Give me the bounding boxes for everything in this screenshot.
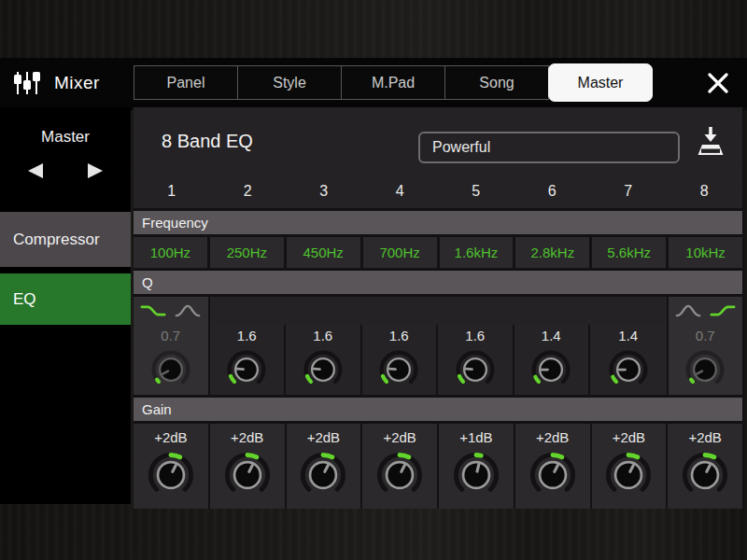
- q-knob-5[interactable]: [454, 348, 497, 391]
- q-cell-3: 1.6: [286, 297, 362, 395]
- q-cell-6: 1.4: [514, 297, 591, 395]
- q-row-header: Q: [134, 268, 742, 297]
- freq-cell-1[interactable]: 100Hz: [134, 237, 207, 268]
- q-cell-5: 1.6: [438, 297, 514, 395]
- gain-cell-7: +2dB: [592, 424, 667, 509]
- freq-cell-7[interactable]: 5.6kHz: [592, 237, 666, 268]
- gain-cell-8: +2dB: [668, 424, 742, 509]
- band-number-8: 8: [667, 183, 743, 200]
- q-value-6: 1.4: [514, 325, 589, 347]
- band-number-2: 2: [210, 183, 287, 200]
- gain-cell-5: +1dB: [439, 424, 514, 509]
- save-button[interactable]: [694, 124, 727, 163]
- q-knob-2[interactable]: [225, 348, 268, 391]
- freq-cell-4[interactable]: 700Hz: [363, 237, 437, 268]
- right-arrow-icon: [86, 162, 105, 179]
- q-knob-4[interactable]: [377, 348, 420, 391]
- gain-knob-2[interactable]: [222, 450, 273, 500]
- q-knob-1[interactable]: [149, 348, 192, 391]
- peak-icon[interactable]: [175, 303, 201, 318]
- q-knob-6[interactable]: [529, 348, 572, 391]
- app-title-group: Mixer: [11, 58, 100, 107]
- gain-knob-3[interactable]: [298, 450, 348, 500]
- band-number-row: 1 2 3 4 5 6 7 8: [134, 175, 742, 208]
- gain-value-4: +2dB: [362, 427, 437, 449]
- sidebar: Master Compressor EQ: [0, 107, 131, 504]
- save-icon: [695, 125, 726, 162]
- freq-cell-5[interactable]: 1.6kHz: [440, 237, 514, 268]
- q-value-8: 0.7: [669, 325, 743, 347]
- q-cell-7: 1.4: [590, 297, 667, 395]
- target-label: Master: [0, 107, 131, 147]
- q-knob-8[interactable]: [684, 348, 726, 391]
- gain-knob-4[interactable]: [374, 450, 425, 500]
- gain-knob-7[interactable]: [603, 450, 654, 500]
- close-icon: [706, 71, 730, 95]
- gain-knob-8[interactable]: [680, 450, 730, 500]
- mixer-faders-icon: [11, 69, 43, 97]
- freq-cell-2[interactable]: 250Hz: [210, 237, 284, 268]
- gain-value-2: +2dB: [210, 427, 285, 449]
- gain-cell-4: +2dB: [362, 424, 437, 509]
- target-selector: Master: [0, 107, 131, 208]
- gain-knob-1[interactable]: [146, 450, 196, 500]
- frequency-value-row: 100Hz 250Hz 450Hz 700Hz 1.6kHz 2.8kHz 5.…: [134, 237, 742, 268]
- band-number-1: 1: [134, 183, 210, 200]
- band-number-3: 3: [286, 183, 362, 200]
- gain-cell-2: +2dB: [210, 424, 285, 509]
- sidebar-item-eq[interactable]: EQ: [0, 273, 131, 325]
- freq-cell-8[interactable]: 10kHz: [669, 237, 742, 268]
- band-number-6: 6: [514, 183, 591, 200]
- shelf-rising-icon[interactable]: [710, 303, 736, 318]
- tab-song[interactable]: Song: [444, 65, 549, 100]
- band-number-4: 4: [362, 183, 439, 200]
- eq-panel: 8 Band EQ Powerful 1 2 3 4 5 6 7: [134, 107, 742, 509]
- peak-icon[interactable]: [675, 303, 701, 318]
- gain-cell-6: +2dB: [515, 424, 590, 509]
- frequency-row-header: Frequency: [134, 208, 742, 237]
- next-target-button[interactable]: [84, 161, 106, 180]
- q-value-7: 1.4: [590, 325, 667, 347]
- tab-style[interactable]: Style: [237, 65, 342, 100]
- prev-target-button[interactable]: [24, 161, 47, 180]
- page-title: 8 Band EQ: [162, 107, 253, 175]
- gain-knob-5[interactable]: [451, 450, 501, 500]
- gain-cell-3: +2dB: [287, 424, 361, 509]
- top-bar: Mixer Panel Style M.Pad Song Master: [0, 58, 747, 110]
- tab-mpad[interactable]: M.Pad: [341, 65, 445, 100]
- q-section: 0.7 1.6 1.6 1.: [134, 297, 742, 395]
- tab-panel[interactable]: Panel: [134, 65, 238, 100]
- gain-cell-1: +2dB: [134, 424, 208, 509]
- q-knob-7[interactable]: [607, 348, 650, 391]
- q-value-4: 1.6: [362, 325, 437, 347]
- gain-value-3: +2dB: [287, 427, 361, 449]
- app-title: Mixer: [54, 73, 100, 93]
- q-value-3: 1.6: [286, 325, 360, 347]
- q-cell-4: 1.6: [362, 297, 439, 395]
- close-button[interactable]: [702, 69, 734, 97]
- q-value-1: 0.7: [134, 325, 208, 347]
- gain-value-7: +2dB: [592, 427, 667, 449]
- eq-header: 8 Band EQ Powerful: [134, 107, 742, 175]
- q-value-5: 1.6: [438, 325, 513, 347]
- band-number-5: 5: [438, 183, 514, 200]
- q-cell-8: 0.7: [667, 297, 743, 395]
- q-cell-1: 0.7: [134, 297, 210, 395]
- mixer-screen: Mixer Panel Style M.Pad Song Master Mast…: [0, 0, 747, 560]
- q-value-2: 1.6: [210, 325, 285, 347]
- q-knob-3[interactable]: [302, 348, 345, 391]
- tab-bar: Panel Style M.Pad Song Master: [134, 65, 653, 100]
- freq-cell-3[interactable]: 450Hz: [287, 237, 360, 268]
- tab-master[interactable]: Master: [548, 63, 653, 102]
- q-cell-2: 1.6: [210, 297, 287, 395]
- gain-knob-6[interactable]: [528, 450, 578, 500]
- shelf-falling-icon[interactable]: [140, 303, 166, 318]
- gain-value-1: +2dB: [134, 427, 208, 449]
- sidebar-item-compressor[interactable]: Compressor: [0, 212, 131, 267]
- gain-row-header: Gain: [134, 395, 742, 424]
- band-number-7: 7: [590, 183, 667, 200]
- gain-section: +2dB +2dB +2dB +2dB +1dB +2dB: [134, 424, 742, 509]
- preset-selector[interactable]: Powerful: [418, 132, 680, 163]
- freq-cell-6[interactable]: 2.8kHz: [515, 237, 589, 268]
- gain-value-8: +2dB: [668, 427, 742, 449]
